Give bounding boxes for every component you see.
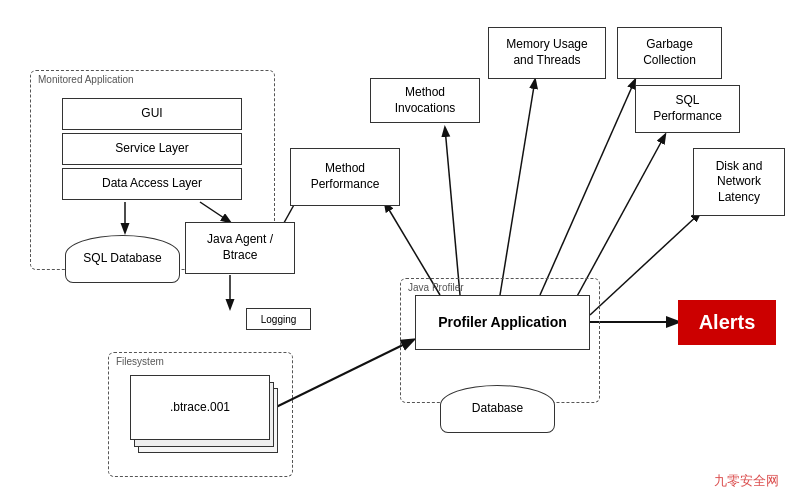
svg-line-6: [500, 80, 535, 295]
svg-line-7: [540, 80, 635, 295]
svg-line-8: [575, 135, 665, 300]
garbage-collection-label: Garbage Collection: [643, 37, 696, 68]
alerts-box: Alerts: [678, 300, 776, 345]
data-access-label: Data Access Layer: [102, 176, 202, 192]
method-performance-label: Method Performance: [311, 161, 380, 192]
watermark: 九零安全网: [714, 472, 779, 490]
diagram: Monitored Application GUI Service Layer …: [0, 0, 789, 500]
memory-threads-box: Memory Usage and Threads: [488, 27, 606, 79]
java-agent-label: Java Agent / Btrace: [207, 232, 273, 263]
btrace-file-box: .btrace.001: [130, 375, 270, 440]
method-invocations-box: Method Invocations: [370, 78, 480, 123]
java-agent-box: Java Agent / Btrace: [185, 222, 295, 274]
svg-line-5: [445, 128, 460, 295]
sql-performance-box: SQL Performance: [635, 85, 740, 133]
monitored-application-label: Monitored Application: [38, 74, 134, 85]
alerts-label: Alerts: [699, 311, 756, 334]
btrace-file-label: .btrace.001: [170, 400, 230, 416]
service-layer-box: Service Layer: [62, 133, 242, 165]
data-access-box: Data Access Layer: [62, 168, 242, 200]
filesystem-label: Filesystem: [116, 356, 164, 367]
gui-box: GUI: [62, 98, 242, 130]
disk-network-label: Disk and Network Latency: [716, 159, 763, 206]
profiler-application-label: Profiler Application: [438, 313, 567, 331]
disk-network-box: Disk and Network Latency: [693, 148, 785, 216]
method-invocations-label: Method Invocations: [395, 85, 456, 116]
profiler-application-box: Profiler Application: [415, 295, 590, 350]
sql-database-label: SQL Database: [83, 251, 161, 267]
profiler-database-box: Database: [440, 385, 555, 433]
sql-performance-label: SQL Performance: [653, 93, 722, 124]
logging-box: Logging: [246, 308, 311, 330]
garbage-collection-box: Garbage Collection: [617, 27, 722, 79]
logging-label: Logging: [261, 313, 297, 326]
method-performance-box: Method Performance: [290, 148, 400, 206]
profiler-database-label: Database: [472, 401, 523, 417]
service-layer-label: Service Layer: [115, 141, 188, 157]
sql-database-box: SQL Database: [65, 235, 180, 283]
memory-threads-label: Memory Usage and Threads: [506, 37, 587, 68]
gui-label: GUI: [141, 106, 162, 122]
java-profiler-label: Java Profiler: [408, 282, 464, 293]
